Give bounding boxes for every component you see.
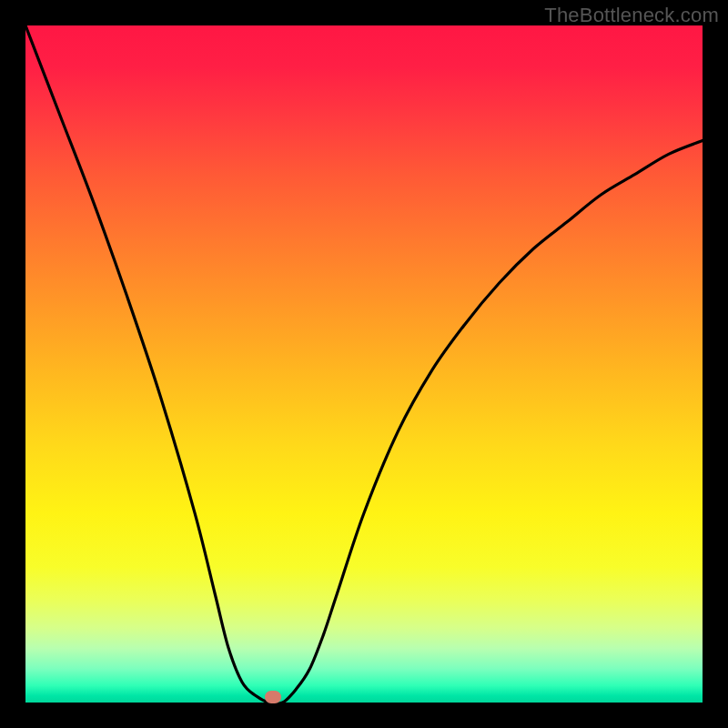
curve-svg: [25, 25, 703, 703]
bottleneck-curve: [25, 25, 703, 703]
plot-area: [25, 25, 703, 703]
min-point-marker: [265, 691, 281, 703]
chart-frame: TheBottleneck.com: [0, 0, 728, 728]
watermark-text: TheBottleneck.com: [544, 4, 719, 27]
